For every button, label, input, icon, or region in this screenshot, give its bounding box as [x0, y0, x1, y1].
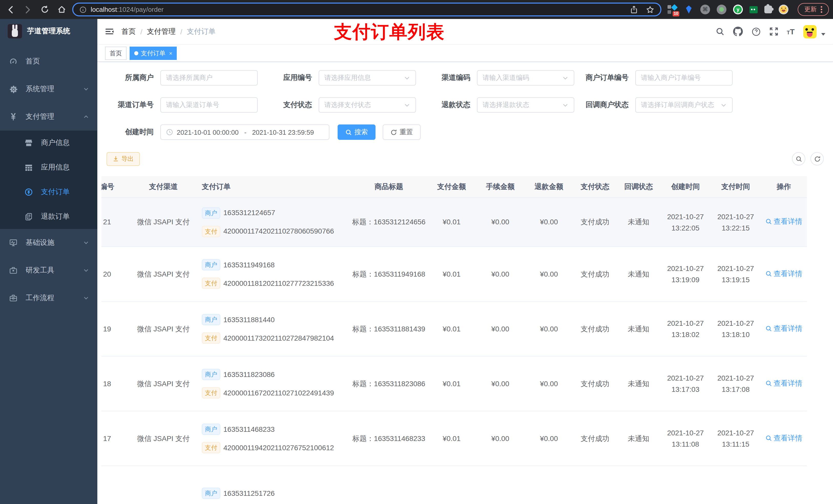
cell-title: 标题：1635311823086: [351, 378, 427, 389]
date-range-picker[interactable]: 2021-10-01 00:00:00 - 2021-10-31 23:59:5…: [160, 124, 329, 140]
filter-select-2[interactable]: 请输入渠道编码: [477, 70, 574, 86]
search-button[interactable]: 搜索: [338, 124, 376, 140]
fullscreen-icon[interactable]: [769, 27, 778, 36]
placeholder-text: 请选择退款状态: [482, 100, 562, 110]
merchant-tag: 商户: [202, 488, 220, 499]
cell-refund: ¥0.00: [525, 269, 573, 280]
extension-icon-recorder[interactable]: [717, 5, 727, 14]
column-header-0: 编号: [101, 181, 130, 192]
app-title: 芋道管理系统: [27, 27, 70, 36]
share-icon[interactable]: [630, 5, 638, 14]
info-icon[interactable]: [79, 6, 87, 13]
select-arrow-icon: [562, 74, 569, 81]
order-line-pay: 支付4200001173202110272847982104: [202, 332, 351, 344]
filter-row-3: 创建时间 2021-10-01 00:00:00 - 2021-10-31 23…: [97, 124, 833, 140]
star-icon[interactable]: [646, 5, 654, 14]
filter-select-6[interactable]: 请选择退款状态: [477, 97, 574, 113]
breadcrumb-home[interactable]: 首页: [121, 27, 136, 36]
extension-icon-chat[interactable]: [749, 6, 758, 13]
browser-profile-avatar[interactable]: [779, 5, 788, 14]
cell-actions: 查看详情: [761, 268, 807, 280]
hamburger-icon[interactable]: [97, 27, 121, 37]
column-header-3: 商品标题: [351, 181, 427, 192]
view-detail-link[interactable]: 查看详情: [765, 433, 802, 443]
text-size-icon[interactable]: TT: [787, 27, 794, 36]
sidebar-item-3[interactable]: 商户信息: [0, 130, 97, 155]
breadcrumb: 首页 / 支付管理 / 支付订单: [121, 27, 216, 36]
user-avatar[interactable]: [803, 25, 817, 38]
extensions-puzzle-icon[interactable]: [764, 6, 772, 13]
tag-home[interactable]: 首页: [105, 47, 126, 60]
view-detail-link[interactable]: 查看详情: [765, 216, 802, 227]
filter-item-3: 商户订单编号请输入商户订单编号: [580, 70, 733, 86]
browser-menu-icon[interactable]: [821, 6, 822, 13]
cell-amount: ¥0.01: [427, 378, 476, 389]
filter-select-7[interactable]: 请选择订单回调商户状态: [635, 97, 733, 113]
extension-icon-y[interactable]: y: [733, 5, 743, 14]
sidebar-item-2[interactable]: 支付管理: [0, 103, 97, 130]
refresh-button[interactable]: [810, 152, 824, 165]
sidebar-item-5[interactable]: 支付订单: [0, 180, 97, 205]
chevron-up-icon: [83, 114, 89, 120]
cell-title: 标题：1635311881439: [351, 323, 427, 334]
forward-icon[interactable]: [22, 4, 33, 15]
cell-actions: 查看详情: [761, 378, 807, 389]
created-clock: 13:18:02: [667, 329, 704, 340]
breadcrumb-current: 支付订单: [187, 27, 216, 36]
sidebar-item-4[interactable]: 应用信息: [0, 155, 97, 180]
export-button[interactable]: 导出: [106, 152, 140, 166]
cell-status: 支付成功: [573, 323, 617, 334]
github-icon[interactable]: [733, 27, 743, 37]
extension-icon-command[interactable]: ⌘: [700, 5, 710, 14]
filter-input-0[interactable]: 请选择所属商户: [160, 70, 258, 86]
toggle-search-button[interactable]: [792, 152, 805, 165]
search-icon[interactable]: [715, 27, 724, 36]
close-icon[interactable]: ×: [169, 50, 172, 56]
reload-icon[interactable]: [39, 4, 50, 15]
order-line-pay: 支付4200001194202110276752100612: [202, 442, 351, 453]
column-header-7: 支付状态: [573, 181, 617, 192]
merchant-order-no: 1635311468233: [223, 424, 275, 435]
sidebar-item-0[interactable]: 首页: [0, 48, 97, 75]
cell-refund: ¥0.00: [525, 378, 573, 389]
cell-actions: 查看详情: [761, 433, 807, 444]
address-bar[interactable]: localhost:1024/pay/order: [72, 3, 661, 16]
pay-order-no: 4200001173202110272847982104: [223, 333, 334, 343]
view-detail-label: 查看详情: [774, 433, 802, 443]
filter-item-0: 所属商户请选择所属商户: [105, 70, 258, 86]
extension-icon-gem[interactable]: [684, 5, 694, 14]
table-row-0: 21微信 JSAPI 支付商户1635312124657支付4200001174…: [101, 198, 807, 247]
cell-order-nos: 商户1635311823086支付42000011672021102710224…: [197, 357, 351, 411]
filter-select-5[interactable]: 请选择支付状态: [319, 97, 416, 113]
filter-input-4[interactable]: 请输入渠道订单号: [160, 97, 258, 113]
created-clock: 13:19:09: [667, 274, 704, 285]
back-icon[interactable]: [5, 4, 16, 15]
reset-button[interactable]: 重置: [383, 124, 421, 140]
extension-icon-tabs[interactable]: 10: [668, 5, 677, 14]
caret-down-icon[interactable]: [821, 32, 826, 36]
active-dot: [134, 51, 138, 55]
view-detail-link[interactable]: 查看详情: [765, 378, 802, 388]
sidebar-item-7[interactable]: 基础设施: [0, 229, 97, 257]
sidebar-item-8[interactable]: 研发工具: [0, 257, 97, 284]
home-icon[interactable]: [56, 4, 67, 15]
help-icon[interactable]: [751, 27, 761, 36]
sidebar-item-1[interactable]: 系统管理: [0, 75, 97, 103]
view-detail-link[interactable]: 查看详情: [765, 323, 802, 334]
sidebar-logo[interactable]: 芋道管理系统: [0, 19, 97, 44]
cell-title: 标题：1635311468233: [351, 433, 427, 444]
column-header-1: 支付渠道: [130, 181, 197, 192]
tag-pay-order[interactable]: 支付订单×: [129, 47, 177, 60]
pay-tag: 支付: [202, 332, 220, 344]
view-detail-link[interactable]: 查看详情: [765, 268, 802, 279]
breadcrumb-pay[interactable]: 支付管理: [147, 27, 176, 36]
sidebar-item-9[interactable]: 工作流程: [0, 284, 97, 312]
sidebar-item-6[interactable]: 退款订单: [0, 205, 97, 229]
filter-input-3[interactable]: 请输入商户订单编号: [635, 70, 733, 86]
filter-select-1[interactable]: 请选择应用信息: [319, 70, 416, 86]
browser-update-button[interactable]: 更新: [798, 3, 829, 16]
cell-refund: ¥0.00: [525, 217, 573, 227]
view-detail-label: 查看详情: [774, 268, 802, 279]
column-header-9: 创建时间: [660, 181, 711, 192]
cell-title: 标题：1635312124656: [351, 217, 427, 227]
